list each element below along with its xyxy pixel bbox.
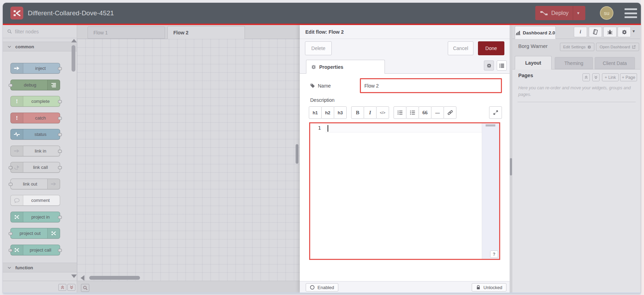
link-button[interactable] [444, 106, 456, 119]
collapse-all-button[interactable] [58, 284, 66, 291]
palette-node-status[interactable]: status [10, 129, 60, 140]
h2-button[interactable]: h2 [321, 106, 334, 119]
main-menu-button[interactable] [625, 8, 637, 18]
status-pulse-icon [11, 129, 23, 139]
inject-arrow-icon [11, 63, 23, 73]
tab-flow-2[interactable]: Flow 2 [167, 26, 245, 39]
node-label: project in [23, 212, 58, 222]
double-chevron-down-icon [594, 75, 598, 79]
code-button[interactable]: </> [376, 106, 389, 119]
tab-properties[interactable]: Properties [306, 60, 385, 74]
palette-node-project-in[interactable]: project in [10, 212, 60, 222]
palette-filter-input[interactable] [15, 29, 67, 34]
palette-node-complete[interactable]: ! complete [10, 96, 60, 107]
horizontal-rule-button[interactable]: — [431, 106, 444, 119]
dialog-tab-row: Properties [300, 57, 510, 74]
expand-editor-button[interactable] [489, 106, 502, 119]
node-output-port [58, 100, 62, 103]
format-button-group: B I </> [352, 106, 389, 119]
node-output-port [58, 117, 62, 120]
palette-node-project-call[interactable]: project call [10, 245, 60, 255]
add-link-button[interactable]: + Link [602, 73, 619, 81]
italic-button[interactable]: I [364, 106, 377, 119]
dashboard-project-name: Borg Warner [518, 43, 547, 49]
status-circle-icon [310, 285, 315, 290]
config-nodes-button[interactable] [618, 27, 631, 37]
done-button[interactable]: Done [478, 41, 504, 55]
palette-search[interactable] [3, 25, 77, 38]
ordered-list-button[interactable] [394, 106, 406, 119]
zoom-search-button[interactable] [81, 284, 89, 292]
palette-node-link-call[interactable]: link call [10, 162, 60, 173]
palette-node-link-out[interactable]: link out [10, 179, 60, 189]
palette-node-debug[interactable]: debug [10, 80, 60, 90]
expand-all-button[interactable] [67, 284, 75, 291]
help-docs-button[interactable] [589, 27, 602, 37]
node-label: project out [13, 228, 47, 238]
edit-settings-button[interactable]: Edit Settings [560, 43, 594, 51]
description-code-editor[interactable]: 1 ? [309, 122, 500, 260]
tab-client-data[interactable]: Client Data [595, 57, 635, 69]
user-avatar[interactable]: su [600, 6, 613, 20]
list-icon [499, 63, 504, 68]
palette-scrollbar-thumb[interactable] [72, 45, 75, 72]
link-arrow-icon [11, 146, 23, 156]
node-label: debug [13, 80, 47, 90]
blockquote-button[interactable]: 66 [419, 106, 431, 119]
palette-node-project-out[interactable]: project out [10, 228, 60, 239]
sidebar-tab-bar: Dashboard 2.0 i ▾ [512, 25, 640, 39]
tab-theming[interactable]: Theming [555, 57, 593, 69]
flow-tab-bar: Flow 1 Flow 2 [77, 25, 300, 39]
layout-panel: Pages + Link + Page Here you can re-orde… [512, 69, 640, 293]
info-sidebar-button[interactable]: i [574, 27, 587, 37]
edit-properties-button[interactable] [484, 60, 494, 71]
palette-node-link-in[interactable]: link in [10, 146, 60, 156]
flow-workspace: Flow 1 Flow 2 [77, 25, 300, 293]
flow-enabled-toggle[interactable]: Enabled [306, 283, 338, 292]
palette-scroll-up-arrow[interactable] [71, 39, 77, 42]
h1-button[interactable]: h1 [309, 106, 322, 119]
link-call-icon [11, 162, 23, 172]
separator-drag-handle[interactable] [510, 158, 512, 175]
bold-button[interactable]: B [351, 106, 364, 119]
node-output-port [58, 67, 62, 70]
editor-scrollbar-thumb[interactable] [486, 124, 495, 126]
gear-icon [311, 65, 316, 69]
palette-node-inject[interactable]: inject [10, 63, 60, 74]
deploy-button[interactable]: Deploy ▾ [535, 6, 585, 20]
move-up-button[interactable] [583, 73, 590, 81]
flow-canvas[interactable] [77, 39, 300, 281]
h3-button[interactable]: h3 [334, 106, 347, 119]
debug-sidebar-button[interactable] [603, 27, 617, 37]
tab-flow-1[interactable]: Flow 1 [88, 26, 165, 39]
workspace-vertical-scrollbar-thumb[interactable] [296, 144, 298, 164]
deploy-options-caret-icon[interactable]: ▾ [573, 10, 584, 16]
exclamation-icon: ! [11, 113, 23, 123]
palette-scroll-down-arrow[interactable] [71, 274, 77, 278]
palette-node-catch[interactable]: ! catch [10, 113, 60, 123]
palette-category-common[interactable]: common [3, 42, 77, 51]
palette-node-comment[interactable]: comment [10, 195, 60, 206]
palette-category-function[interactable]: function [3, 263, 77, 272]
unordered-list-button[interactable] [406, 106, 419, 119]
gear-icon [487, 63, 492, 68]
workspace-scroll-left-arrow[interactable] [81, 275, 84, 281]
open-dashboard-button[interactable]: Open Dashboard [596, 43, 639, 51]
padlock-icon [476, 285, 481, 290]
description-list-button[interactable] [497, 60, 507, 71]
book-icon [593, 29, 598, 35]
tab-layout[interactable]: Layout [515, 56, 552, 69]
flow-lock-toggle[interactable]: Unlocked [472, 283, 506, 292]
editor-help-button[interactable]: ? [490, 251, 498, 258]
delete-button[interactable]: Delete [305, 41, 332, 55]
add-page-button[interactable]: + Page [620, 73, 637, 81]
flow-name-input[interactable] [360, 78, 502, 93]
cancel-button[interactable]: Cancel [448, 41, 473, 55]
line-number: 1 [318, 125, 321, 131]
project-logo-icon [11, 245, 23, 255]
tab-dashboard-2[interactable]: Dashboard 2.0 [515, 26, 556, 39]
sidebar-options-caret-icon[interactable]: ▾ [633, 28, 635, 34]
workspace-horizontal-scrollbar-thumb[interactable] [89, 276, 140, 280]
right-sidebar: Dashboard 2.0 i ▾ Borg Warner Edit Setti… [512, 25, 640, 293]
move-down-button[interactable] [592, 73, 600, 81]
